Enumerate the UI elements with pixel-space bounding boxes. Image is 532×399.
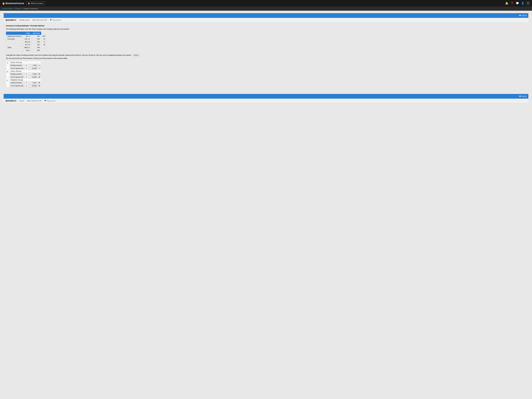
logo-course: Course [16,2,24,5]
section-c-label: C. [6,79,10,87]
module-badge[interactable]: Module [133,54,139,56]
table-row: Ending Inventory $ ✖ [6,81,41,84]
lifo-cogs-input-cell[interactable] [28,75,37,79]
table-row: May 18 400 17 [6,40,47,43]
row-date-oct23: Oct. 23 [23,43,32,46]
wa-ending-inv-dollar: $ [25,81,28,84]
menu-button[interactable]: ☰ [526,1,530,5]
nav-icons: 🔔 ❓ 💬 👤 ☰ [505,1,530,5]
fifo-cogs-input[interactable] [28,68,37,69]
answer-table: A. First-in, First-out: Ending Inventory… [6,61,41,87]
row-units-380: 380 [32,49,41,52]
notifications-button[interactable]: 🔔 [505,1,509,5]
row-units-100: 100 [32,43,41,46]
breadcrumb-chapter6[interactable]: Chapter 6 [15,8,22,10]
row-cost-17: 17 [41,40,47,43]
flag-question-2-button[interactable]: 🏴 Flag question [44,100,56,102]
wa-cogs-dollar: $ [25,84,28,87]
row-cost-empty2 [41,49,47,52]
row-cost-10: $10 [41,35,47,38]
question-1-body: Inventory Costing Methods—Periodic Metho… [4,22,528,91]
lifo-ending-inv-cross: ✖ [37,73,41,75]
wa-ending-inv-label: Ending Inventory [10,81,25,84]
fifo-ending-inv-input-cell[interactable] [28,64,37,67]
table-row: Beginning Inventory: Jan. 1 200 $10 [6,35,47,38]
flag-question-1-button[interactable]: 🏴 Flag question [50,19,61,21]
lifo-ending-inv-input[interactable] [28,73,37,75]
question-2-header-bar: 📖 eBook [4,94,528,99]
user-button[interactable]: 👤 [521,1,525,5]
row-cost-empty1 [41,46,47,49]
question-1-mark: Mark 0.83 out of 2.50 [32,19,47,21]
row-date-feb11: Feb. 11 [23,38,32,40]
table-row: Cost of goods sold $ ✖ [6,75,41,79]
row-date-march1: March 1 [23,46,32,49]
question-1-header-bar: 📖 eBook [4,13,528,18]
fifo-ending-inv-input[interactable] [28,64,37,66]
fifo-cogs-dollar: $ [25,67,28,70]
table-row: Ending Inventory $ ✔ [6,64,41,67]
ebook-label-1: eBook [522,15,526,16]
section-c-name: Weighted Average [10,79,41,81]
wa-cogs-input[interactable] [28,85,37,87]
lifo-cogs-input[interactable] [28,76,37,78]
lifo-cogs-label: Cost of goods sold [10,75,25,79]
table-row: Cost of goods sold $ ✔ [6,67,41,70]
wa-ending-inv-input-cell[interactable] [28,81,37,84]
table-row: C. Weighted Average [6,79,41,81]
lifo-cogs-cross: ✖ [37,75,41,79]
wa-cogs-label: Cost of goods sold [10,84,25,87]
messages-button[interactable]: 💬 [515,1,519,5]
page-wrapper: 🔥 BusinessCourse 🏠 Return to course 🔔 ❓ … [0,0,532,399]
question-num-value-1: 1 [15,19,16,21]
table-header-unit-cost: Unit Cost [32,32,41,35]
question-2-meta: Question 2 Correct Mark 2.50 out of 2.50… [4,99,528,103]
breadcrumb: Course Content / Chapter 6 / Chapter 6 H… [0,6,532,11]
section-a-label: A. [6,61,10,70]
row-label-purchases: Purchases: [6,38,23,40]
question-1-status: Partially correct [19,19,30,21]
fifo-ending-inv-dollar: $ [25,64,28,67]
ebook-button-2[interactable]: 📖 eBook [519,95,526,97]
lifo-ending-inv-input-cell[interactable] [28,73,37,75]
breadcrumb-current: Chapter 6 Homework [23,8,38,10]
flag-label-2: Flag question [47,100,56,102]
ebook-button-1[interactable]: 📖 eBook [519,15,526,16]
wa-cogs-input-cell[interactable] [28,84,37,87]
question-2-number: Question 2 [6,100,16,102]
row-label-empty1 [6,40,23,43]
help-button[interactable]: ❓ [510,1,514,5]
table-row: A. First-in, First-out: [6,61,41,64]
row-units-200: 200 [32,35,41,38]
question-1-meta: Question 1 Partially correct Mark 0.83 o… [4,18,528,22]
row-units-400: 400 [32,40,41,43]
question-1-block: 📖 eBook Question 1 Partially correct Mar… [4,13,528,91]
logo-text: BusinessCourse [6,2,24,5]
question-1-desc: The following information is for the Vis… [6,28,526,30]
breadcrumb-course-content[interactable]: Course Content [2,8,13,10]
question-num-value-2: 2 [15,100,16,102]
logo-business: Business [6,2,16,5]
question-2-status: Correct [19,100,24,102]
wa-ending-inv-input[interactable] [28,82,37,84]
top-nav: 🔥 BusinessCourse 🏠 Return to course 🔔 ❓ … [0,0,532,6]
inventory-data-table: Units Unit Cost Beginning Inventory: Jan… [6,32,47,52]
wa-ending-inv-cross: ✖ [37,81,41,84]
flag-icon-2: 🏴 [44,100,46,102]
row-units-500: 500 [32,38,41,40]
fifo-ending-inv-label: Ending Inventory [10,64,25,67]
row-label-empty3 [6,49,23,52]
row-date-may18: May 18 [23,40,32,43]
fifo-cogs-input-cell[interactable] [28,67,37,70]
logo: 🔥 BusinessCourse [2,2,24,5]
ebook-icon-2: 📖 [519,95,521,97]
table-header-item [6,32,23,35]
table-row: July 1 380 [6,49,47,52]
section-a-name: First-in, First-out: [10,61,41,64]
fifo-ending-inv-check: ✔ [37,64,41,67]
table-header-units: Units [23,32,32,35]
instructions-2: Do not round until your final answers. R… [6,57,526,59]
section-b-label: B. [6,70,10,79]
return-to-course-button[interactable]: 🏠 Return to course [26,1,45,5]
table-row: Purchases: Feb. 11 500 14 [6,38,47,40]
